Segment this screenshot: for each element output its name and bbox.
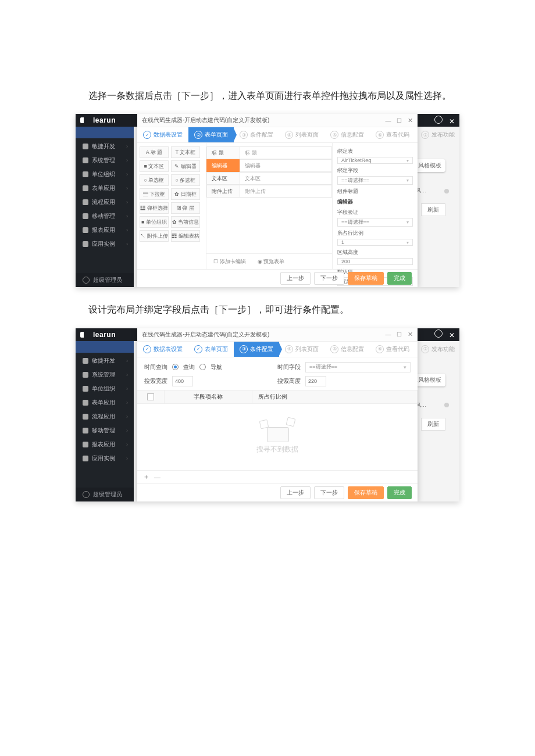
prop-bind-field[interactable]: ==请选择==▾: [337, 176, 413, 185]
sidebar-item-org[interactable]: 单位组织›: [76, 382, 134, 396]
step-condition[interactable]: ③条件配置: [234, 127, 279, 142]
palette-select[interactable]: ▤ 下拉框: [140, 188, 169, 200]
prop-ratio[interactable]: 1▾: [337, 239, 413, 246]
sidebar-item-system[interactable]: 系统管理›: [76, 368, 134, 382]
radio-nav[interactable]: [199, 364, 206, 370]
add-cardtab-link[interactable]: ☐ 添加卡编辑: [213, 258, 246, 266]
step-data-table[interactable]: ✓数据表设置: [137, 342, 188, 357]
save-draft-button[interactable]: 保存草稿: [348, 486, 384, 499]
select-all-checkbox[interactable]: [147, 393, 154, 400]
sidebar-item-demo[interactable]: 应用实例›: [76, 237, 134, 251]
prop-height[interactable]: 200: [337, 258, 413, 265]
monitor-icon: [83, 372, 88, 378]
step-publish[interactable]: ⑦发布功能: [415, 127, 459, 142]
sidebar-item-report[interactable]: 报表应用›: [76, 438, 134, 452]
sidebar-item-form[interactable]: 表单应用›: [76, 181, 134, 195]
sidebar-item-demo[interactable]: 应用实例›: [76, 452, 134, 465]
sidebar-item-flow[interactable]: 流程应用›: [76, 195, 134, 209]
canvas-row-upload[interactable]: 附件上传 附件上传: [206, 185, 332, 198]
step-view-code[interactable]: ⑥查看代码: [370, 342, 415, 357]
palette-textarea[interactable]: ■ 文本区: [140, 160, 169, 172]
preview-form-link[interactable]: ◉ 预览表单: [258, 258, 285, 266]
remove-button[interactable]: —: [154, 474, 160, 481]
sidebar-foot[interactable]: 超级管理员: [76, 273, 134, 287]
prop-title-value: 编辑器: [337, 198, 413, 206]
user-icon[interactable]: [434, 116, 443, 124]
sidebar-item-mobile[interactable]: 移动管理›: [76, 209, 134, 223]
step-form-page[interactable]: ✓表单页面: [188, 342, 234, 357]
palette-title[interactable]: A 标 题: [140, 146, 169, 158]
refresh-button[interactable]: 刷新: [421, 418, 445, 431]
sidebar-item-system[interactable]: 系统管理›: [76, 153, 134, 167]
sidebar-item-org[interactable]: 单位组织›: [76, 167, 134, 181]
step-info[interactable]: ⑤信息配置: [324, 127, 370, 142]
palette-dialog[interactable]: ☳ 弹框选择: [140, 202, 169, 214]
canvas-row-title[interactable]: 标 题 标 题: [206, 146, 332, 159]
prev-button[interactable]: 上一步: [280, 272, 311, 285]
modal-close-icon[interactable]: ✕: [408, 117, 413, 124]
step-data-table[interactable]: ✓数据表设置: [137, 127, 188, 142]
prev-button[interactable]: 上一步: [280, 486, 311, 499]
sidebar-item-dev[interactable]: 敏捷开发›: [76, 139, 134, 153]
step-view-code[interactable]: ⑥查看代码: [370, 127, 415, 142]
modal-min-icon[interactable]: —: [385, 117, 391, 124]
brand-logo-icon: [80, 332, 90, 338]
step-form-page[interactable]: ②表单页面: [188, 127, 234, 142]
condition-toolbar: ＋ —: [137, 470, 418, 483]
canvas-footer: ☐ 添加卡编辑 ◉ 预览表单: [206, 253, 332, 269]
finish-button[interactable]: 完成: [387, 486, 412, 499]
search-width-input[interactable]: 400: [172, 376, 193, 386]
form-canvas: 标 题 标 题 编辑器 编辑器 文本区 文本区 附件上传: [206, 143, 332, 269]
chevron-down-icon: ▾: [406, 240, 409, 245]
palette-date[interactable]: ✿ 日期框: [171, 188, 200, 200]
save-draft-button[interactable]: 保存草稿: [348, 272, 384, 285]
canvas-row-editor[interactable]: 编辑器 编辑器: [206, 159, 332, 172]
paragraph-2: 设计完布局并绑定字段后点击［下一步］，即可进行条件配置。: [70, 299, 465, 321]
search-height-input[interactable]: 220: [305, 376, 326, 386]
palette-upload[interactable]: ↖ 附件上传: [140, 230, 169, 242]
prop-validate[interactable]: ==请选择==▾: [337, 218, 413, 227]
control-palette: A 标 题 T 文本框 ■ 文本区 ✎ 编辑器 ○ 单选框 ○ 多选框 ▤ 下拉…: [137, 143, 206, 269]
modal-max-icon[interactable]: ☐: [397, 117, 402, 124]
chevron-right-icon: ›: [126, 144, 128, 149]
user-icon[interactable]: [434, 329, 443, 338]
modal-min-icon[interactable]: —: [385, 331, 391, 338]
modal-close-icon[interactable]: ✕: [408, 331, 413, 338]
step-list-page[interactable]: ④列表页面: [279, 342, 324, 357]
chart-icon: [83, 227, 88, 233]
next-button[interactable]: 下一步: [314, 486, 344, 499]
finish-button[interactable]: 完成: [387, 272, 412, 285]
step-info[interactable]: ⑤信息配置: [324, 342, 370, 357]
sidebar-item-flow[interactable]: 流程应用›: [76, 410, 134, 424]
form-icon: [83, 400, 88, 406]
add-button[interactable]: ＋: [143, 472, 149, 481]
step-condition[interactable]: ③条件配置: [234, 342, 279, 357]
sidebar-item-form[interactable]: 表单应用›: [76, 396, 134, 410]
palette-textbox[interactable]: T 文本框: [171, 146, 200, 158]
step-publish[interactable]: ⑦发布功能: [415, 342, 459, 357]
topbar-close-icon[interactable]: ✕: [449, 117, 455, 126]
step-list-page[interactable]: ④列表页面: [279, 127, 324, 142]
sidebar-search[interactable]: [76, 127, 134, 138]
palette-radio[interactable]: ○ 单选框: [140, 174, 169, 186]
screenshot-form-page: learun ✕ 敏捷开发› 系统管理› 单位组织› 表单应用› 流程应用› 移…: [76, 114, 459, 287]
palette-layer[interactable]: ₪ 弹 层: [171, 202, 200, 214]
topbar-close-icon[interactable]: ✕: [449, 331, 455, 339]
palette-edittable[interactable]: ☶ 编辑表格: [171, 230, 200, 242]
canvas-row-textarea[interactable]: 文本区 文本区: [206, 172, 332, 185]
modal-max-icon[interactable]: ☐: [397, 331, 402, 338]
next-button[interactable]: 下一步: [314, 272, 344, 285]
sidebar-item-dev[interactable]: 敏捷开发›: [76, 354, 134, 368]
palette-current[interactable]: ✿ 当前信息: [171, 216, 200, 228]
palette-editor[interactable]: ✎ 编辑器: [171, 160, 200, 172]
time-field-select[interactable]: ==请选择== ▾: [305, 362, 411, 372]
refresh-button[interactable]: 刷新: [421, 203, 445, 216]
palette-org[interactable]: ■ 单位组织: [140, 216, 169, 228]
sidebar-search[interactable]: [76, 341, 134, 353]
sidebar-foot[interactable]: 超级管理员: [76, 488, 134, 501]
palette-checkbox[interactable]: ○ 多选框: [171, 174, 200, 186]
radio-query[interactable]: [172, 364, 179, 370]
prop-bind-table[interactable]: AirTicketReq▾: [337, 157, 413, 164]
sidebar-item-mobile[interactable]: 移动管理›: [76, 424, 134, 438]
sidebar-item-report[interactable]: 报表应用›: [76, 223, 134, 237]
